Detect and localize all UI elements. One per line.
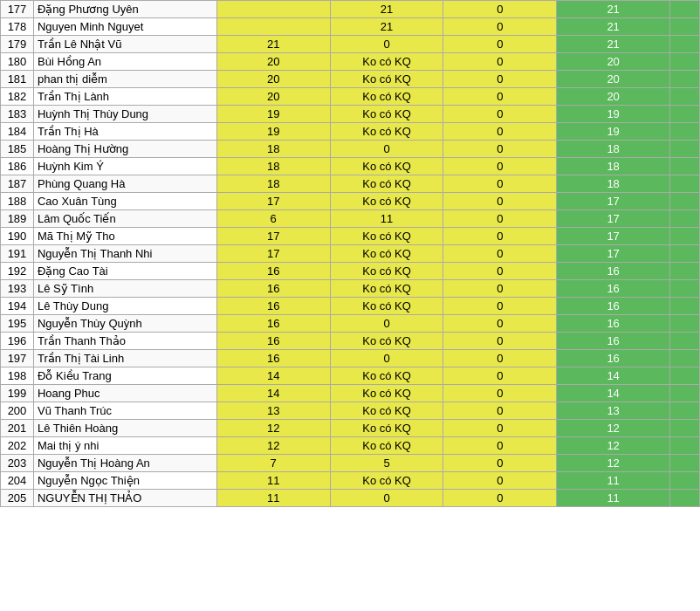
col3-value: 7	[216, 455, 330, 472]
student-name: phan thị diễm	[33, 71, 216, 88]
col5-value: 0	[443, 18, 557, 36]
student-name: NGUYỄN THỊ THẢO	[33, 490, 216, 507]
total-value: 16	[557, 280, 670, 298]
col4-value: Ko có KQ	[330, 88, 443, 106]
col3-value: 16	[216, 298, 330, 315]
extra-col	[670, 175, 700, 193]
student-name: Nguyễn Ngọc Thiện	[33, 472, 216, 490]
table-row: 195Nguyễn Thùy Quỳnh160016	[1, 315, 700, 333]
row-number: 192	[1, 263, 34, 280]
total-value: 17	[557, 210, 670, 228]
col5-value: 0	[443, 490, 557, 507]
col4-value: Ko có KQ	[330, 123, 443, 141]
total-value: 20	[557, 71, 670, 88]
extra-col	[670, 158, 700, 175]
student-name: Vũ Thanh Trúc	[33, 402, 216, 420]
col3-value: 13	[216, 402, 330, 420]
table-row: 200Vũ Thanh Trúc13Ko có KQ013	[1, 402, 700, 420]
table-row: 189Lâm Quốc Tiến611017	[1, 210, 700, 228]
col4-value: Ko có KQ	[330, 53, 443, 71]
table-row: 204Nguyễn Ngọc Thiện11Ko có KQ011	[1, 472, 700, 490]
total-value: 16	[557, 350, 670, 367]
total-value: 12	[557, 420, 670, 437]
student-name: Mai thị ý nhi	[33, 437, 216, 455]
total-value: 14	[557, 385, 670, 402]
col3-value: 14	[216, 385, 330, 402]
col4-value: 0	[330, 490, 443, 507]
row-number: 196	[1, 333, 34, 350]
col3-value: 12	[216, 437, 330, 455]
table-row: 205NGUYỄN THỊ THẢO110011	[1, 490, 700, 507]
table-row: 203Nguyễn Thị Hoàng An75012	[1, 455, 700, 472]
extra-col	[670, 53, 700, 71]
col4-value: 0	[330, 315, 443, 333]
total-value: 18	[557, 141, 670, 158]
col3-value	[216, 18, 330, 36]
total-value: 21	[557, 36, 670, 53]
total-value: 16	[557, 315, 670, 333]
col4-value: Ko có KQ	[330, 106, 443, 123]
extra-col	[670, 350, 700, 367]
col5-value: 0	[443, 472, 557, 490]
col5-value: 0	[443, 420, 557, 437]
col5-value: 0	[443, 175, 557, 193]
row-number: 185	[1, 141, 34, 158]
table-row: 177Đặng Phương Uyên21021	[1, 1, 700, 18]
student-name: Lê Sỹ Tình	[33, 280, 216, 298]
row-number: 183	[1, 106, 34, 123]
total-value: 11	[557, 490, 670, 507]
col4-value: Ko có KQ	[330, 71, 443, 88]
row-number: 200	[1, 402, 34, 420]
extra-col	[670, 437, 700, 455]
table-row: 178Nguyen Minh Nguyet21021	[1, 18, 700, 36]
total-value: 16	[557, 263, 670, 280]
col4-value: 5	[330, 455, 443, 472]
student-name: Bùi Hồng An	[33, 53, 216, 71]
row-number: 193	[1, 280, 34, 298]
col5-value: 0	[443, 385, 557, 402]
col5-value: 0	[443, 71, 557, 88]
extra-col	[670, 228, 700, 245]
student-name: Trần Lê Nhật Vũ	[33, 36, 216, 53]
extra-col	[670, 298, 700, 315]
col5-value: 0	[443, 455, 557, 472]
col4-value: Ko có KQ	[330, 298, 443, 315]
col4-value: Ko có KQ	[330, 245, 443, 263]
col3-value: 19	[216, 106, 330, 123]
col3-value: 18	[216, 158, 330, 175]
col3-value: 19	[216, 123, 330, 141]
student-name: Trần Thị Tài Linh	[33, 350, 216, 367]
table-row: 192Đặng Cao Tài16Ko có KQ016	[1, 263, 700, 280]
extra-col	[670, 315, 700, 333]
table-row: 180Bùi Hồng An20Ko có KQ020	[1, 53, 700, 71]
student-name: Nguyễn Thị Hoàng An	[33, 455, 216, 472]
data-table: 177Đặng Phương Uyên21021178Nguyen Minh N…	[0, 0, 700, 507]
col5-value: 0	[443, 36, 557, 53]
col4-value: Ko có KQ	[330, 158, 443, 175]
col4-value: Ko có KQ	[330, 472, 443, 490]
row-number: 184	[1, 123, 34, 141]
extra-col	[670, 1, 700, 18]
col5-value: 0	[443, 437, 557, 455]
col4-value: 0	[330, 36, 443, 53]
row-number: 191	[1, 245, 34, 263]
extra-col	[670, 263, 700, 280]
table-row: 185Hoàng Thị Hường180018	[1, 141, 700, 158]
student-name: Đặng Cao Tài	[33, 263, 216, 280]
col4-value: Ko có KQ	[330, 175, 443, 193]
col4-value: Ko có KQ	[330, 333, 443, 350]
table-row: 201Lê Thiên Hoàng12Ko có KQ012	[1, 420, 700, 437]
col4-value: 0	[330, 350, 443, 367]
col4-value: Ko có KQ	[330, 280, 443, 298]
table-row: 199Hoang Phuc14Ko có KQ014	[1, 385, 700, 402]
student-name: Đỗ Kiều Trang	[33, 367, 216, 385]
col4-value: Ko có KQ	[330, 402, 443, 420]
col4-value: 11	[330, 210, 443, 228]
col5-value: 0	[443, 263, 557, 280]
total-value: 16	[557, 298, 670, 315]
row-number: 179	[1, 36, 34, 53]
table-row: 186Huỳnh Kim Ý18Ko có KQ018	[1, 158, 700, 175]
student-name: Trần Thị Hà	[33, 123, 216, 141]
row-number: 181	[1, 71, 34, 88]
extra-col	[670, 420, 700, 437]
